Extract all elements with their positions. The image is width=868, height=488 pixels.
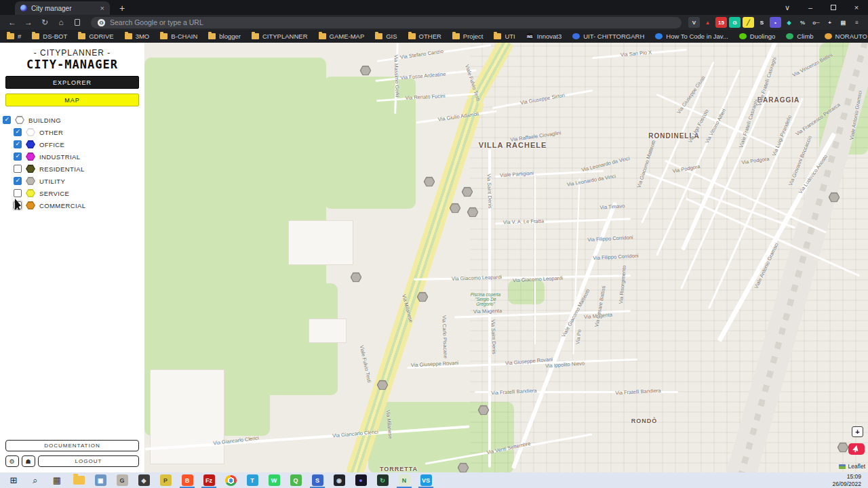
attribution-text[interactable]: Leaflet [848, 463, 865, 470]
address-bar[interactable]: G Search Google or type a URL [91, 17, 682, 28]
brave-icon[interactable]: B [176, 472, 198, 488]
bookmark-item[interactable]: blogger [208, 33, 241, 40]
documentation-button[interactable]: DOCUMENTATION [5, 440, 139, 451]
bookmark-item[interactable]: 3MO [125, 33, 150, 40]
profile-button[interactable]: ☗ [22, 455, 35, 467]
green-circle-icon[interactable]: G [729, 17, 741, 28]
address-placeholder: Search Google or type a URL [110, 18, 203, 26]
layer-checkbox[interactable] [14, 140, 22, 148]
forward-icon[interactable]: → [22, 18, 35, 27]
wallet-icon[interactable]: ▤ [837, 17, 849, 28]
notes-pen-icon[interactable]: ╱ [743, 17, 754, 28]
remote-desktop-icon[interactable]: ▣ [90, 472, 111, 488]
bookmark-item[interactable]: Duolingo [739, 33, 776, 40]
bookmark-item[interactable]: Project [452, 33, 484, 40]
layer-row[interactable]: SERVICE [14, 187, 144, 199]
minimize-button[interactable]: – [799, 0, 822, 15]
insomnia-icon[interactable]: ● [350, 472, 372, 488]
home-icon[interactable]: ⌂ [54, 18, 68, 27]
layer-row[interactable]: OFFICE [14, 138, 144, 150]
layer-checkbox[interactable] [14, 189, 22, 197]
utility-hexagon-marker[interactable] [424, 177, 435, 187]
brave-shield-icon[interactable]: V [688, 17, 700, 28]
save-page-icon[interactable] [75, 19, 80, 26]
obs-icon[interactable]: ◉ [328, 472, 350, 488]
key-icon[interactable]: o─ [810, 17, 822, 28]
settings-button[interactable]: ⚙ [5, 455, 19, 467]
bookmark-item[interactable]: OTHER [408, 33, 441, 40]
map-canvas[interactable]: VILLA RACHELERONDINELLABARAGGIARONDÒTORR… [144, 43, 868, 472]
bookmark-item[interactable]: INS Innovat3 [526, 33, 561, 40]
logout-button[interactable]: LOGOUT [38, 455, 139, 467]
bookmark-item[interactable]: B-CHAIN [160, 33, 197, 40]
bookmark-item[interactable]: UTI [494, 33, 515, 40]
back-icon[interactable]: ← [5, 18, 19, 27]
blue-app-icon[interactable]: S [307, 472, 328, 488]
screen-capture-icon[interactable]: % [797, 17, 808, 28]
layer-checkbox[interactable] [14, 177, 22, 185]
explorer-button[interactable]: EXPLORER [5, 76, 139, 89]
file-explorer-icon[interactable] [68, 472, 90, 488]
extensions-puzzle-icon[interactable]: + [824, 17, 835, 28]
inkscape-icon[interactable]: ◆ [133, 472, 155, 488]
search-icon[interactable]: ⌕ [24, 472, 46, 488]
utility-hexagon-marker[interactable] [351, 272, 362, 283]
close-button[interactable]: × [845, 0, 868, 15]
chrome-icon[interactable] [220, 472, 241, 488]
tab-close-icon[interactable]: × [100, 4, 104, 12]
bookmark-item[interactable]: # [7, 33, 21, 40]
bookmark-item[interactable]: CITYPLANNER [252, 33, 308, 40]
layer-row[interactable]: UTILITY [14, 175, 144, 187]
tab-favicon [20, 5, 27, 12]
map-button[interactable]: MAP [5, 94, 139, 106]
layer-checkbox[interactable] [14, 128, 22, 136]
start-button[interactable]: ⊞ [3, 472, 24, 488]
bookmark-favicon [655, 33, 663, 39]
reload-icon[interactable]: ↻ [38, 18, 52, 27]
notepad-icon[interactable]: N [393, 472, 415, 488]
pen-icon[interactable]: P [155, 472, 176, 488]
layer-row[interactable]: INDUSTRIAL [14, 150, 144, 163]
leaflet-logo-icon [839, 464, 846, 469]
bookmark-item[interactable]: GDRIVE [78, 33, 113, 40]
layer-hexagon-icon [26, 140, 35, 148]
bookmark-item[interactable]: NORAUTO [825, 33, 867, 40]
qgis-icon[interactable]: Q [285, 472, 307, 488]
sync-icon[interactable]: ↻ [372, 472, 393, 488]
alert-triangle-icon[interactable]: ▲ [702, 17, 713, 28]
purple-dot-icon[interactable]: • [770, 17, 781, 28]
bookmark-item[interactable]: GIS [375, 33, 397, 40]
locate-button[interactable] [848, 443, 865, 455]
layer-row[interactable]: BUILDING [3, 114, 144, 126]
bookmark-item[interactable]: UIT- CHITTORGARH [572, 33, 644, 40]
browser-tab[interactable]: City manager × [15, 1, 110, 15]
zoom-in-button[interactable]: + [852, 426, 863, 437]
layer-row[interactable]: OTHER [14, 126, 144, 138]
layer-row[interactable]: RESIDENTIAL [14, 163, 144, 175]
bookmark-item[interactable]: DS-BOT [32, 33, 67, 40]
whatsapp-icon[interactable]: W [263, 472, 285, 488]
filezilla-icon[interactable]: Fz [198, 472, 220, 488]
teal-flower-icon[interactable]: ◆ [783, 17, 795, 28]
taskbar-clock[interactable]: 15:09 26/09/2022 [832, 473, 865, 487]
gear-icon: ⚙ [9, 458, 15, 465]
bookmark-item[interactable]: How To Code in Jav... [655, 33, 728, 40]
bookmark-favicon [125, 33, 132, 39]
telegram-icon[interactable]: T [241, 472, 263, 488]
menu-icon[interactable]: ≡ [851, 17, 863, 28]
bookmark-item[interactable]: GAME-MAP [319, 33, 365, 40]
s-app-icon[interactable]: S [756, 17, 768, 28]
calendar-icon[interactable]: 15 [715, 17, 727, 28]
restore-button[interactable] [822, 0, 845, 15]
layer-checkbox[interactable] [14, 165, 22, 173]
utility-hexagon-marker[interactable] [360, 66, 372, 76]
layer-checkbox[interactable] [3, 116, 11, 124]
layer-checkbox[interactable] [14, 152, 22, 161]
layer-row[interactable]: COMMERCIAL [14, 199, 144, 211]
task-view-icon[interactable]: ▦ [46, 472, 68, 488]
vscode-icon[interactable]: VS [415, 472, 437, 488]
bookmark-item[interactable]: Climb [786, 33, 813, 40]
gimp-icon[interactable]: G [111, 472, 133, 488]
new-tab-button[interactable]: + [119, 3, 125, 15]
tab-search-chevron-icon[interactable]: ∨ [776, 0, 799, 15]
